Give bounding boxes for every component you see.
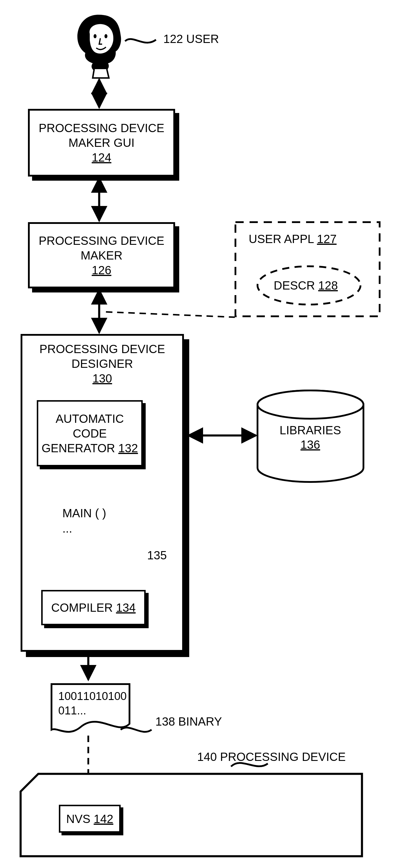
maker-box: PROCESSING DEVICE MAKER 126 — [28, 222, 175, 288]
code-gen-line3: GENERATOR — [41, 442, 115, 455]
designer-ref: 130 — [92, 371, 112, 386]
main-doc-ref: 135 — [147, 549, 167, 562]
binary-label: 138 BINARY — [155, 715, 222, 728]
maker-ref: 126 — [92, 263, 112, 277]
svg-point-10 — [257, 391, 364, 419]
designer-line1: PROCESSING DEVICE — [39, 342, 165, 356]
svg-point-0 — [94, 34, 96, 38]
maker-gui-box: PROCESSING DEVICE MAKER GUI 124 — [28, 109, 175, 177]
user-icon — [77, 15, 121, 78]
maker-gui-ref: 124 — [92, 150, 112, 165]
code-generator-box: AUTOMATIC CODE GENERATOR 132 — [37, 400, 143, 466]
code-gen-line2: CODE — [73, 426, 107, 441]
compiler-label: COMPILER — [51, 601, 113, 614]
main-doc-text: MAIN ( ) ... — [62, 505, 106, 536]
processing-device-label: 140 PROCESSING DEVICE — [197, 750, 346, 764]
user-label: 122 USER — [163, 32, 219, 45]
svg-line-7 — [106, 312, 235, 317]
designer-line2: DESIGNER — [71, 356, 133, 371]
maker-line1: PROCESSING DEVICE — [39, 233, 164, 248]
maker-line2: MAKER — [81, 248, 122, 263]
svg-point-11 — [257, 391, 364, 419]
libraries-text: LIBRARIES 136 — [280, 424, 341, 452]
nvs-box: NVS 142 — [59, 805, 121, 833]
descr-label: DESCR 128 — [274, 279, 338, 292]
maker-gui-line2: MAKER GUI — [69, 135, 134, 150]
user-appl-label: USER APPL 127 — [249, 232, 337, 246]
compiler-box: COMPILER 134 — [41, 590, 146, 625]
nvs-ref: 142 — [94, 812, 113, 825]
code-gen-ref: 132 — [118, 442, 138, 455]
maker-gui-line1: PROCESSING DEVICE — [39, 121, 164, 135]
code-gen-line1: AUTOMATIC — [56, 411, 124, 426]
svg-point-1 — [104, 34, 107, 38]
compiler-ref: 134 — [116, 601, 136, 614]
binary-text: 10011010100 011... — [58, 689, 127, 718]
nvs-label: NVS — [66, 812, 90, 825]
